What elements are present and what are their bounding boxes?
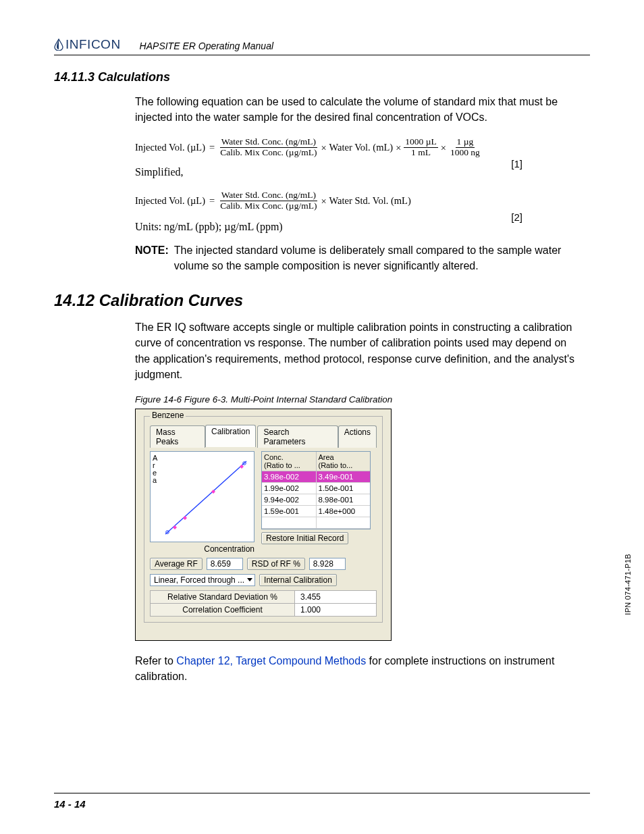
figure-caption: Figure 14-6 Figure 6-3. Multi-Point Inte… — [135, 394, 590, 405]
inficon-drop-icon — [54, 38, 63, 51]
refer-paragraph: Refer to Chapter 12, Target Compound Met… — [135, 653, 590, 684]
calibration-chart: Area — [150, 451, 254, 542]
eq2-lhs: Injected Vol. (µL) — [135, 195, 205, 207]
fit-type-dropdown[interactable]: Linear, Forced through ... — [150, 574, 255, 586]
stats-corr-label: Correlation Coefficient — [151, 604, 295, 616]
calibration-chart-svg — [160, 456, 251, 538]
eq2-number: [2] — [511, 211, 522, 223]
page-header: INFICON HAPSITE ER Operating Manual — [54, 37, 590, 55]
table-row[interactable] — [262, 517, 370, 529]
stats-rsd-value: 3.455 — [295, 591, 376, 604]
tab-actions[interactable]: Actions — [338, 425, 377, 448]
eq1-number: [1] — [511, 158, 522, 170]
fieldset-legend: Benzene — [150, 411, 186, 420]
table-row[interactable]: 1.59e-001 1.48e+000 — [262, 506, 370, 517]
table-row[interactable]: 9.94e-002 8.98e-001 — [262, 494, 370, 506]
tab-mass-peaks[interactable]: Mass Peaks — [150, 425, 205, 448]
note-block: NOTE: The injected standard volume is de… — [135, 242, 590, 273]
side-ipn-code: IPN 074-471-P1B — [624, 554, 632, 615]
section-heading-calibration-curves: 14.12 Calibration Curves — [54, 291, 590, 310]
manual-title: HAPSITE ER Operating Manual — [140, 41, 273, 51]
calibration-dialog: Benzene Mass Peaks Calibration Search Pa… — [135, 409, 392, 641]
eq1-mid: Water Vol. (mL) — [329, 142, 394, 153]
rsd-of-rf-value: 8.928 — [309, 558, 346, 570]
footer-rule — [54, 793, 590, 793]
eq1-fraction-3: 1 µg 1000 ng — [449, 137, 481, 158]
equation-1: Injected Vol. (µL) = Water Std. Conc. (n… — [135, 137, 590, 158]
average-rf-button[interactable]: Average RF — [150, 558, 203, 570]
eq1-lhs: Injected Vol. (µL) — [135, 142, 205, 153]
average-rf-value: 8.659 — [207, 558, 243, 570]
chart-x-axis-label: Concentration — [150, 544, 257, 554]
section-heading-calculations: 14.11.3 Calculations — [54, 70, 590, 84]
internal-calibration-button[interactable]: Internal Calibration — [259, 574, 337, 586]
note-label: NOTE: — [135, 242, 169, 273]
stats-table: Relative Standard Deviation % 3.455 Corr… — [150, 590, 377, 617]
eq1-fraction-1: Water Std. Conc. (ng/mL) Calib. Mix Conc… — [219, 137, 318, 158]
tabs-row: Mass Peaks Calibration Search Parameters… — [150, 425, 377, 447]
eq1-fraction-2: 1000 µL 1 mL — [404, 137, 437, 158]
chapter-12-link[interactable]: Chapter 12, Target Compound Methods — [176, 655, 366, 667]
rsd-of-rf-button[interactable]: RSD of RF % — [247, 558, 305, 570]
chevron-down-icon — [247, 578, 252, 581]
restore-initial-record-button[interactable]: Restore Initial Record — [261, 532, 348, 544]
tab-calibration[interactable]: Calibration — [205, 425, 256, 447]
chart-y-axis-label: Area — [153, 454, 157, 484]
svg-line-0 — [165, 461, 246, 534]
calculations-intro: The following equation can be used to ca… — [135, 94, 583, 125]
equation-2: Injected Vol. (µL) = Water Std. Conc. (n… — [135, 190, 590, 211]
calibration-curves-body: The ER IQ software accepts single or mul… — [135, 319, 583, 382]
eq2-mid: Water Std. Vol. (mL) — [329, 195, 411, 207]
stats-rsd-label: Relative Standard Deviation % — [151, 591, 295, 604]
stats-corr-value: 1.000 — [295, 604, 376, 616]
calibration-data-table[interactable]: Conc. (Ratio to ... Area (Ratio to... 3.… — [261, 451, 371, 529]
page-number: 14 - 14 — [54, 798, 86, 810]
table-row[interactable]: 3.98e-002 3.49e-001 — [262, 471, 370, 483]
tab-search-parameters[interactable]: Search Parameters — [257, 425, 338, 448]
table-row[interactable]: 1.99e-002 1.50e-001 — [262, 483, 370, 494]
note-body: The injected standard volume is delibera… — [174, 242, 590, 273]
brand-name: INFICON — [65, 37, 121, 52]
benzene-fieldset: Benzene Mass Peaks Calibration Search Pa… — [144, 416, 383, 623]
eq2-fraction-1: Water Std. Conc. (ng/mL) Calib. Mix Conc… — [219, 190, 318, 211]
brand-logo: INFICON — [54, 37, 121, 52]
col-header-conc[interactable]: Conc. (Ratio to ... — [262, 452, 317, 471]
col-header-area[interactable]: Area (Ratio to... — [317, 452, 371, 471]
